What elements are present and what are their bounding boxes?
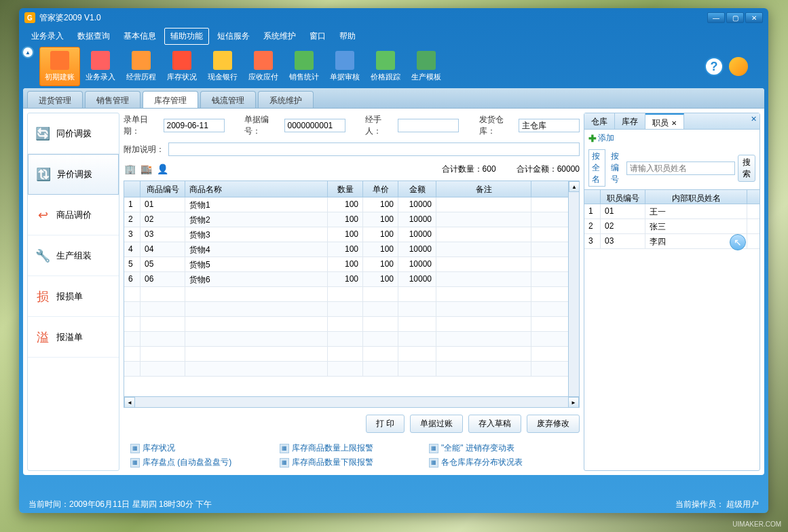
right-tab-职员[interactable]: 职员✕: [645, 113, 684, 129]
link-item[interactable]: ▦"全能" 进销存变动表: [429, 442, 558, 454]
titlebar[interactable]: G 管家婆2009 V1.0 — ▢ ✕: [19, 8, 768, 27]
tab-销售管理[interactable]: 销售管理: [85, 91, 140, 108]
employee-search-input[interactable]: [626, 162, 735, 175]
link-icon: ▦: [429, 458, 438, 468]
menu-数据查询[interactable]: 数据查询: [72, 28, 115, 44]
col-header[interactable]: 内部职员姓名: [645, 190, 747, 204]
center-panel: 录单日期： 单据编号： 经手人： 发货仓库： 附加说明：: [124, 113, 580, 471]
search-by-name-link[interactable]: 按全名: [588, 149, 605, 187]
sidebar-item-同价调拨[interactable]: 🔄同价调拨: [28, 113, 119, 154]
right-tab-仓库[interactable]: 仓库: [584, 113, 615, 129]
search-button[interactable]: 搜索: [738, 155, 755, 182]
sidebar-item-报损单[interactable]: 损报损单: [28, 276, 119, 317]
employee-grid-body[interactable]: 101王一202张三303李四↖: [584, 204, 759, 470]
tool-单据审核[interactable]: 单据审核: [324, 47, 365, 86]
col-header[interactable]: 商品名称: [185, 181, 328, 197]
help-icon[interactable]: ?: [705, 57, 724, 76]
sidebar-icon: 🔄: [35, 126, 51, 142]
menu-基本信息[interactable]: 基本信息: [118, 28, 162, 44]
table-row[interactable]: 606货物610010010000: [124, 272, 568, 287]
close-button[interactable]: ✕: [745, 12, 763, 23]
right-panel: ✕ 仓库库存职员✕ ✚添加 按全名 按编号 搜索 职员编号内部职员姓名 101王…: [584, 113, 760, 471]
link-item[interactable]: ▦库存状况: [130, 442, 259, 454]
sidebar-item-商品调价[interactable]: ↩商品调价: [28, 195, 119, 235]
link-item[interactable]: ▦各仓库库存分布状况表: [429, 457, 558, 468]
table-row[interactable]: 303货物310010010000: [124, 227, 568, 242]
tool-初期建账[interactable]: 初期建账: [39, 47, 80, 86]
col-header[interactable]: 单价: [363, 181, 398, 197]
tool-经营历程[interactable]: 经营历程: [121, 47, 162, 86]
search-by-code-link[interactable]: 按编号: [608, 150, 624, 186]
menu-系统维护[interactable]: 系统维护: [258, 28, 301, 44]
link-item[interactable]: ▦库存盘点 (自动盘盈盘亏): [130, 457, 259, 468]
col-header[interactable]: 金额: [398, 181, 436, 197]
action-打印[interactable]: 打 印: [366, 415, 405, 433]
vertical-scrollbar[interactable]: ▲: [568, 181, 579, 396]
add-button[interactable]: ✚添加: [588, 132, 614, 144]
warehouse-input[interactable]: [519, 119, 580, 132]
table-row[interactable]: 404货物410010010000: [124, 242, 568, 257]
content-area: 进货管理销售管理库存管理钱流管理系统维护 🔄同价调拨🔃异价调拨↩商品调价🔧生产组…: [23, 88, 764, 475]
right-tab-库存[interactable]: 库存: [615, 113, 645, 129]
table-row[interactable]: 202货物210010010000: [124, 212, 568, 227]
tool-价格跟踪[interactable]: 价格跟踪: [365, 47, 406, 86]
grid-body[interactable]: 101货物110010010000202货物210010010000303货物3…: [124, 197, 568, 396]
tab-钱流管理[interactable]: 钱流管理: [200, 91, 256, 108]
toolbar-collapse-toggle[interactable]: ▲: [22, 46, 34, 58]
status-user-value: 超级用户: [726, 499, 759, 509]
left-nav-panel: 🔄同价调拨🔃异价调拨↩商品调价🔧生产组装损报损单溢报溢单: [27, 113, 119, 471]
menu-窗口[interactable]: 窗口: [304, 28, 331, 44]
table-row[interactable]: 505货物510010010000: [124, 257, 568, 272]
minimize-button[interactable]: —: [707, 12, 725, 23]
tab-库存管理[interactable]: 库存管理: [143, 91, 198, 108]
tool-生产模板[interactable]: 生产模板: [406, 47, 447, 86]
tool-业务录入[interactable]: 业务录入: [80, 47, 121, 86]
sidebar-item-报溢单[interactable]: 溢报溢单: [28, 317, 119, 358]
menu-辅助功能[interactable]: 辅助功能: [164, 28, 209, 45]
link-icon: ▦: [429, 444, 438, 453]
tool-现金银行[interactable]: 现金银行: [202, 47, 243, 86]
table-row[interactable]: 101货物110010010000: [124, 197, 568, 212]
sidebar-item-生产组装[interactable]: 🔧生产组装: [28, 235, 119, 276]
col-header[interactable]: 数量: [328, 181, 363, 197]
action-废弃修改[interactable]: 废弃修改: [527, 415, 580, 433]
action-单据过账[interactable]: 单据过账: [410, 415, 463, 433]
menu-帮助[interactable]: 帮助: [334, 28, 361, 44]
tab-进货管理[interactable]: 进货管理: [27, 91, 83, 108]
tool-应收应付[interactable]: 应收应付: [243, 47, 284, 86]
col-header[interactable]: [584, 190, 601, 204]
hint-arrow-icon: ↖: [730, 234, 746, 250]
handler-label: 经手人：: [365, 114, 394, 137]
link-icon: ▦: [130, 458, 140, 468]
building1-icon[interactable]: 🏢: [124, 163, 136, 175]
tab-系统维护[interactable]: 系统维护: [258, 91, 314, 108]
maximize-button[interactable]: ▢: [726, 12, 744, 23]
tool-icon: [376, 51, 395, 70]
link-item[interactable]: ▦库存商品数量下限报警: [280, 457, 409, 468]
note-input[interactable]: [168, 142, 580, 156]
col-header[interactable]: 职员编号: [601, 190, 645, 204]
handler-input[interactable]: [398, 119, 459, 132]
menu-短信服务[interactable]: 短信服务: [212, 28, 255, 44]
tab-close-icon[interactable]: ✕: [671, 119, 677, 127]
building2-icon[interactable]: 🏬: [140, 163, 152, 175]
panel-close-icon[interactable]: ✕: [751, 115, 757, 124]
table-row[interactable]: 202张三: [584, 219, 759, 234]
person-icon[interactable]: 👤: [156, 163, 168, 175]
action-存入草稿[interactable]: 存入草稿: [468, 415, 521, 433]
table-row[interactable]: 101王一: [584, 204, 759, 219]
col-header[interactable]: [124, 181, 140, 197]
col-header[interactable]: 商品编号: [140, 181, 185, 197]
menu-业务录入[interactable]: 业务录入: [26, 28, 69, 44]
link-item[interactable]: ▦库存商品数量上限报警: [280, 442, 409, 454]
col-header[interactable]: 备注: [436, 181, 531, 197]
sidebar-icon: 🔃: [35, 166, 52, 183]
date-input[interactable]: [164, 119, 225, 132]
link-icon: ▦: [280, 444, 289, 453]
tool-销售统计[interactable]: 销售统计: [284, 47, 324, 86]
docno-input[interactable]: [284, 119, 345, 132]
tool-库存状况[interactable]: 库存状况: [162, 47, 202, 86]
sidebar-item-异价调拨[interactable]: 🔃异价调拨: [28, 154, 119, 195]
horizontal-scrollbar[interactable]: ◄ ►: [124, 396, 579, 407]
logo-icon: [729, 57, 748, 76]
